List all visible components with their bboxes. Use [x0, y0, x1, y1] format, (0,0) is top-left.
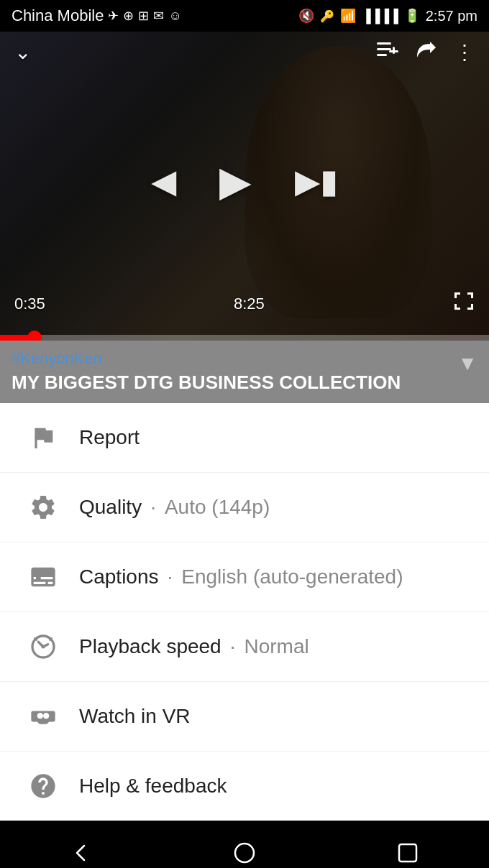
menu-item-playback-speed[interactable]: Playback speed · Normal	[0, 612, 489, 682]
svg-rect-2	[377, 54, 387, 56]
progress-fill	[0, 335, 35, 341]
skip-next-button[interactable]: ▶▮	[295, 162, 338, 200]
video-center-controls: ◀ ▶ ▶▮	[0, 157, 489, 206]
vpn-icon: 🔑	[320, 9, 334, 23]
video-info-left: #KenyonKen MY BIGGEST DTG BUSINESS COLLE…	[12, 349, 401, 394]
help-icon	[29, 772, 58, 800]
collapse-icon[interactable]: ⌄	[14, 40, 31, 64]
signal-icon: ▐▐▐▐	[362, 9, 398, 24]
current-time: 0:35	[14, 295, 45, 313]
report-label: Report	[79, 426, 140, 449]
mute-icon: 🔇	[298, 8, 314, 24]
svg-rect-8	[399, 844, 416, 862]
battery-icon: 🔋	[404, 8, 420, 24]
quality-dot: ·	[150, 496, 156, 519]
captions-icon	[29, 563, 58, 591]
video-top-controls: ⌄ ⋮	[0, 40, 489, 64]
rewind-button[interactable]: ◀	[151, 162, 176, 200]
watch-vr-label: Watch in VR	[79, 705, 191, 728]
share-icon[interactable]	[416, 40, 437, 64]
nfc-icon: ⊞	[138, 8, 149, 24]
menu-item-captions[interactable]: Captions · English (auto-generated)	[0, 542, 489, 612]
playback-speed-value: Normal	[244, 635, 309, 658]
add-to-queue-icon[interactable]	[377, 41, 398, 63]
playback-speed-icon	[29, 632, 58, 661]
status-bar: China Mobile ✈ ⊕ ⊞ ✉ ☺ 🔇 🔑 📶 ▐▐▐▐ 🔋 2:57…	[0, 0, 489, 32]
captions-value: English (auto-generated)	[181, 565, 403, 588]
gear-icon	[29, 493, 58, 522]
wifi-icon: 📶	[340, 8, 356, 24]
svg-rect-0	[377, 42, 391, 45]
status-right: 🔇 🔑 📶 ▐▐▐▐ 🔋 2:57 pm	[298, 8, 477, 24]
bottom-navigation	[0, 821, 489, 869]
playback-speed-text: Playback speed · Normal	[79, 635, 309, 658]
options-menu: Report Quality · Auto (144p) Captions · …	[0, 403, 489, 821]
total-time: 8:25	[234, 295, 265, 313]
report-text: Report	[79, 426, 140, 449]
quality-text: Quality · Auto (144p)	[79, 496, 270, 519]
help-label: Help & feedback	[79, 775, 227, 798]
svg-rect-4	[389, 50, 398, 52]
video-player[interactable]: ⌄ ⋮ ◀ ▶ ▶▮ 0:35	[0, 32, 489, 341]
flag-icon	[29, 423, 58, 452]
vr-icon-wrap	[22, 702, 65, 731]
vr-icon	[29, 702, 58, 731]
captions-text: Captions · English (auto-generated)	[79, 565, 403, 588]
video-top-right: ⋮	[377, 40, 475, 64]
playback-icon-wrap	[22, 632, 65, 661]
video-bottom-controls: 0:35 8:25	[0, 291, 489, 316]
progress-thumb	[27, 331, 42, 341]
send-icon: ✈	[108, 8, 119, 24]
time-text: 2:57 pm	[426, 8, 477, 24]
more-options-icon[interactable]: ⋮	[454, 40, 475, 64]
svg-point-6	[42, 645, 45, 648]
chat-icon: ✉	[153, 8, 164, 24]
video-info: #KenyonKen MY BIGGEST DTG BUSINESS COLLE…	[0, 341, 489, 403]
back-button[interactable]	[52, 824, 110, 869]
expand-icon[interactable]: ▼	[457, 352, 477, 375]
progress-bar[interactable]	[0, 335, 489, 341]
menu-item-watch-vr[interactable]: Watch in VR	[0, 682, 489, 752]
fullscreen-icon[interactable]	[453, 291, 475, 316]
quality-icon-wrap	[22, 493, 65, 522]
playback-speed-label: Playback speed	[79, 635, 221, 658]
captions-icon-wrap	[22, 563, 65, 591]
status-left: China Mobile ✈ ⊕ ⊞ ✉ ☺	[12, 6, 182, 25]
video-title: MY BIGGEST DTG BUSINESS COLLECTION	[12, 371, 401, 394]
recents-button[interactable]	[379, 824, 437, 869]
menu-item-report[interactable]: Report	[0, 403, 489, 473]
report-icon-wrap	[22, 423, 65, 452]
captions-label: Captions	[79, 565, 159, 588]
face-icon: ☺	[168, 9, 181, 24]
help-text: Help & feedback	[79, 775, 227, 798]
wechat-icon: ⊕	[123, 8, 134, 24]
channel-name[interactable]: #KenyonKen	[12, 349, 401, 368]
playback-dot: ·	[230, 635, 236, 658]
quality-label: Quality	[79, 496, 142, 519]
help-icon-wrap	[22, 772, 65, 800]
carrier-text: China Mobile	[12, 6, 104, 25]
watch-vr-text: Watch in VR	[79, 705, 191, 728]
quality-value: Auto (144p)	[165, 496, 270, 519]
play-button[interactable]: ▶	[219, 157, 252, 206]
svg-rect-1	[377, 48, 391, 50]
captions-dot: ·	[168, 565, 173, 588]
menu-item-help[interactable]: Help & feedback	[0, 752, 489, 821]
home-button[interactable]	[216, 824, 273, 869]
svg-point-7	[235, 844, 254, 862]
menu-item-quality[interactable]: Quality · Auto (144p)	[0, 473, 489, 542]
